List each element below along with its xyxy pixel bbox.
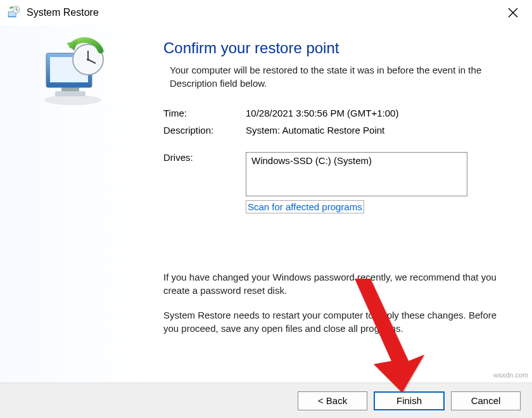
drives-label: Drives: bbox=[163, 152, 246, 163]
wizard-content: Confirm your restore point Your computer… bbox=[146, 25, 532, 383]
page-subheading: Your computer will be restored to the st… bbox=[163, 63, 509, 90]
svg-point-15 bbox=[87, 58, 89, 61]
finish-button[interactable]: Finish bbox=[374, 391, 445, 410]
time-value: 10/28/2021 3:50:56 PM (GMT+1:00) bbox=[246, 108, 509, 118]
description-label: Description: bbox=[163, 125, 246, 136]
cancel-button[interactable]: Cancel bbox=[451, 391, 521, 410]
time-label: Time: bbox=[163, 108, 246, 118]
svg-marker-3 bbox=[10, 7, 12, 10]
scan-affected-programs-link[interactable]: Scan for affected programs bbox=[246, 200, 364, 213]
password-note: If you have changed your Windows passwor… bbox=[163, 270, 509, 297]
restart-note: System Restore needs to restart your com… bbox=[163, 308, 509, 335]
system-restore-wizard-icon bbox=[35, 37, 111, 106]
close-icon bbox=[508, 8, 518, 18]
watermark: wsxdn.com bbox=[493, 371, 528, 379]
back-button[interactable]: < Back bbox=[298, 391, 367, 410]
svg-rect-8 bbox=[55, 91, 86, 96]
page-heading: Confirm your restore point bbox=[163, 39, 509, 57]
drive-item: Windows-SSD (C:) (System) bbox=[251, 155, 462, 166]
wizard-footer: < Back Finish Cancel bbox=[0, 383, 532, 418]
description-value: System: Automatic Restore Point bbox=[246, 125, 509, 136]
window-title: System Restore bbox=[27, 7, 500, 18]
svg-point-6 bbox=[44, 95, 101, 105]
drives-list[interactable]: Windows-SSD (C:) (System) bbox=[246, 152, 467, 196]
close-button[interactable] bbox=[500, 0, 526, 25]
system-restore-icon bbox=[6, 6, 20, 20]
title-bar: System Restore bbox=[0, 0, 532, 25]
wizard-sidebar bbox=[0, 25, 146, 383]
